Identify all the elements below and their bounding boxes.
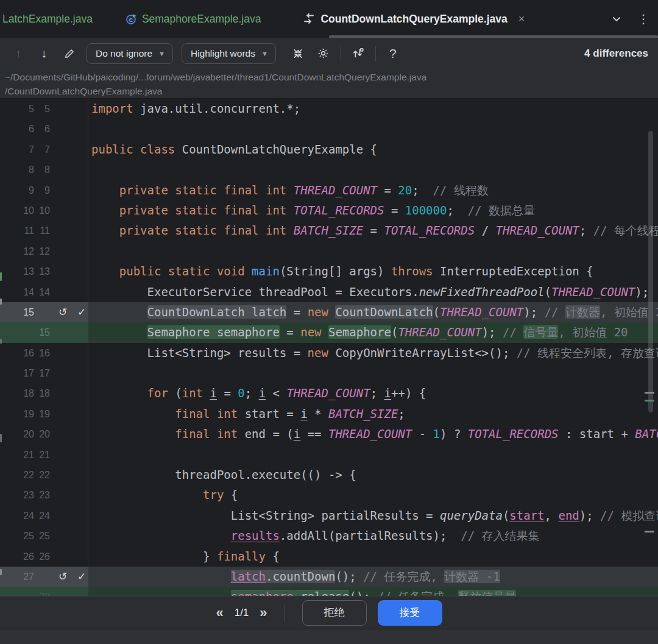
line-number-right: 24 [26, 506, 50, 526]
gutter: 1616 [0, 343, 88, 363]
code-line: 1111 private static final int BATCH_SIZE… [0, 221, 658, 241]
previous-change-button[interactable]: « [216, 605, 223, 621]
code-text: private static final int BATCH_SIZE = TO… [88, 221, 658, 241]
line-number-right: 15 [26, 322, 50, 342]
code-line: 2323 try { [0, 485, 658, 505]
diff-editor[interactable]: 55import java.util.concurrent.*;6677publ… [0, 99, 658, 596]
accept-button[interactable]: 接受 [378, 600, 442, 626]
gutter: 1717 [0, 363, 88, 383]
revert-check-icons[interactable]: ↺ ✓ [58, 302, 90, 322]
tab-countdownlatch-query-example[interactable]: CountDownLatchQueryExample.java × [302, 0, 525, 38]
code-text: private static final int THREAD_COUNT = … [88, 180, 658, 200]
code-text: ExecutorService threadPool = Executors.n… [88, 282, 658, 302]
diff-toolbar: ↑ ↓ Do not ignore ▼ Highlight words ▼ [0, 38, 658, 68]
code-line: 2020 final int end = (i == THREAD_COUNT … [0, 424, 658, 444]
code-text: CountDownLatch latch = new CountDownLatc… [88, 302, 658, 322]
gutter: 2525 [0, 526, 88, 546]
code-text: semaphore.release(); // 任务完成, 释放信号量 [88, 587, 658, 596]
swap-sides-icon[interactable] [350, 45, 367, 62]
gutter: 2626 [0, 547, 88, 567]
line-number-right: 5 [26, 99, 50, 119]
line-number-right: 6 [26, 119, 50, 139]
next-difference-icon[interactable]: ↓ [35, 45, 52, 62]
code-line: 2121 [0, 445, 658, 465]
tab-label: SemaphoreExample.java [142, 13, 261, 26]
line-number-right: 25 [26, 526, 50, 546]
revert-check-icons[interactable]: ↺ ✓ [58, 567, 90, 587]
code-line: 2222 threadPool.execute(() -> { [0, 465, 658, 485]
change-stripe-mark [0, 299, 2, 305]
toolbar-divider [375, 46, 376, 61]
code-text: threadPool.execute(() -> { [88, 465, 658, 485]
code-line: 1818 for (int i = 0; i < THREAD_COUNT; i… [0, 383, 658, 403]
code-text: List<String> partialResults = queryData(… [88, 506, 658, 526]
dropdown-value: Do not ignore [96, 48, 152, 59]
change-counter: 1/1 [235, 607, 249, 619]
code-text: public class CountDownLatchQueryExample … [88, 140, 658, 160]
code-line: 99 private static final int THREAD_COUNT… [0, 180, 658, 200]
gutter: 15 [0, 322, 88, 342]
line-number-left: 27 [10, 567, 34, 587]
tab-label: CountDownLatchQueryExample.java [320, 13, 507, 26]
gutter: 1414 [0, 282, 88, 302]
code-line: 55import java.util.concurrent.*; [0, 99, 658, 119]
code-line: 28 semaphore.release(); // 任务完成, 释放信号量 [0, 587, 658, 596]
line-number-right: 22 [26, 465, 50, 485]
previous-difference-icon[interactable]: ↑ [10, 45, 27, 62]
code-text: import java.util.concurrent.*; [88, 99, 658, 119]
code-line: 27↺ ✓ latch.countDown(); // 任务完成, 计数器 -1 [0, 567, 658, 587]
code-text: try { [88, 485, 658, 505]
difference-count: 4 differences [584, 48, 648, 60]
line-number-right: 21 [26, 445, 50, 465]
line-number-right: 17 [26, 363, 50, 383]
line-number-right: 12 [26, 241, 50, 261]
settings-gear-icon[interactable] [315, 45, 332, 62]
gutter: 28 [0, 587, 88, 596]
edit-pencil-icon[interactable] [61, 45, 78, 62]
editor-tab-bar: LatchExample.java C SemaphoreExample.jav… [0, 0, 658, 38]
dropdown-value: Highlight words [191, 48, 255, 59]
code-text: for (int i = 0; i < THREAD_COUNT; i++) { [88, 383, 658, 403]
scrollbar-mark [645, 400, 654, 402]
line-number-right: 11 [26, 221, 50, 241]
svg-text:C: C [129, 16, 133, 23]
diff-viewer-window: LatchExample.java C SemaphoreExample.jav… [0, 0, 658, 644]
change-stripe-mark [0, 434, 2, 442]
next-change-button[interactable]: » [260, 605, 267, 621]
scrollbar-mark [645, 531, 654, 533]
gutter: 77 [0, 140, 88, 160]
gutter: 1010 [0, 200, 88, 221]
close-tab-icon[interactable]: × [518, 13, 525, 26]
change-stripe-mark [0, 569, 2, 575]
tab-semaphore-example[interactable]: C SemaphoreExample.java [126, 0, 261, 38]
line-number-right: 18 [26, 383, 50, 403]
gutter: 88 [0, 160, 88, 180]
active-tab-indicator [329, 35, 658, 38]
kebab-menu-icon[interactable]: ⋮ [637, 12, 649, 26]
reject-button[interactable]: 拒绝 [302, 600, 367, 626]
code-text [88, 363, 658, 383]
gutter: 2020 [0, 424, 88, 444]
change-stripe-mark [0, 272, 2, 281]
gutter: 27↺ ✓ [0, 567, 88, 587]
tab-label: LatchExample.java [2, 13, 93, 26]
vertical-scrollbar[interactable] [648, 131, 653, 412]
collapse-unchanged-icon[interactable] [289, 45, 306, 62]
code-text [88, 119, 658, 139]
ignore-policy-dropdown[interactable]: Do not ignore ▼ [87, 43, 173, 64]
code-text [88, 160, 658, 180]
java-class-icon: C [126, 13, 137, 25]
help-icon[interactable]: ? [384, 45, 402, 62]
line-number-right: 9 [26, 180, 50, 200]
tab-latch-example[interactable]: LatchExample.java [0, 0, 93, 38]
status-strip [0, 629, 658, 644]
code-text: private static final int TOTAL_RECORDS =… [88, 200, 658, 221]
footer-divider [285, 604, 285, 622]
line-number-left: 15 [10, 302, 34, 322]
line-number-right: 20 [26, 424, 50, 444]
code-line: 88 [0, 160, 658, 180]
highlight-mode-dropdown[interactable]: Highlight words ▼ [182, 43, 276, 64]
file-path-breadcrumb: ~/Documents/GitHub/paicoding/...forum/we… [0, 68, 658, 99]
chevron-down-icon[interactable] [612, 14, 621, 24]
code-rows: 55import java.util.concurrent.*;6677publ… [0, 99, 658, 596]
